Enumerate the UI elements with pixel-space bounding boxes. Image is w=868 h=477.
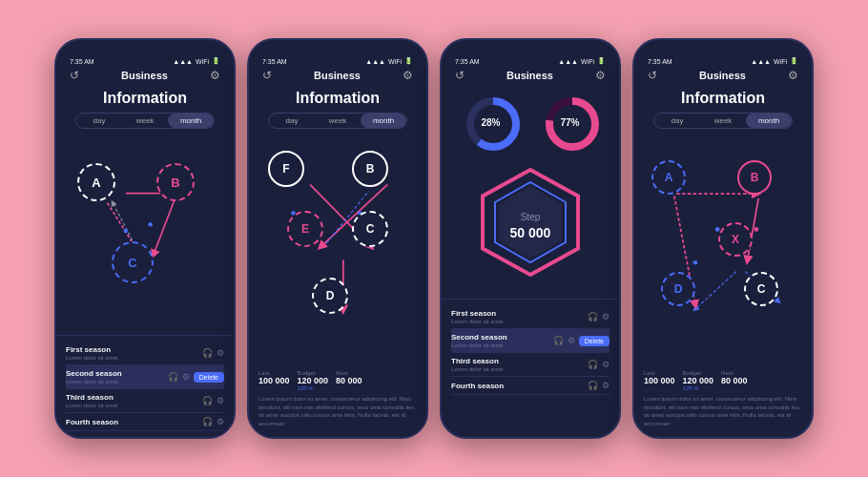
gear-icon-3b[interactable]: ⚙ (568, 336, 575, 345)
gear-icon-3d[interactable]: ⚙ (602, 381, 610, 390)
gear-icon-3[interactable]: ⚙ (217, 396, 224, 405)
season-desc-3c: Lorem dolor sit amet (451, 366, 504, 372)
network-area-2: F B E C D (249, 136, 426, 361)
svg-point-26 (715, 227, 720, 232)
time-2: 7:35 AM (262, 58, 287, 65)
header-title-4: Business (699, 70, 746, 81)
tab-month-1[interactable]: month (168, 114, 214, 128)
gear-icon-3a[interactable]: ⚙ (602, 312, 610, 321)
time-3: 7:35 AM (455, 58, 480, 65)
gear-icon-2[interactable]: ⚙ (182, 372, 190, 382)
tab-month-2[interactable]: month (361, 114, 406, 128)
season-first-1: First season Lorem dolor sit amet 🎧 ⚙ (66, 342, 224, 365)
settings-icon-1[interactable]: ⚙ (210, 69, 220, 82)
tab-month-4[interactable]: month (746, 114, 792, 128)
node-E-2: E (287, 211, 323, 247)
header-title-2: Business (314, 70, 361, 81)
phone-4: 7:35 AM ▲▲▲ WiFi 🔋 ↺ Business ⚙ Informat… (632, 38, 814, 439)
season-actions-4: 🎧 ⚙ (202, 417, 224, 426)
tab-bar-2: day week month (268, 113, 407, 129)
tab-day-1[interactable]: day (76, 114, 122, 128)
budget-item-4: Budget 120 000 125 % (683, 370, 714, 391)
node-B-1: B (156, 163, 195, 201)
season-actions-1: 🎧 ⚙ (202, 348, 224, 358)
svg-point-5 (124, 229, 128, 233)
headphone-icon-3c: 🎧 (588, 360, 598, 369)
settings-icon-2[interactable]: ⚙ (403, 69, 413, 82)
phone-header-4: ↺ Business ⚙ (634, 67, 812, 88)
headphone-icon-3: 🎧 (202, 396, 213, 405)
gear-icon-3c[interactable]: ⚙ (602, 360, 610, 369)
delete-button-3[interactable]: Delete (579, 336, 610, 346)
svg-marker-18 (499, 186, 562, 259)
next-item-2: Next 80 000 (336, 370, 362, 391)
settings-icon-3[interactable]: ⚙ (595, 69, 606, 82)
budget-section-4: Last 100 000 Budget 120 000 125 % Next 8… (634, 361, 812, 437)
season-actions-3b: 🎧 ⚙ Delete (553, 336, 610, 346)
node-C-4: C (744, 272, 778, 306)
tab-week-4[interactable]: week (700, 114, 746, 128)
season-title-3a: First season (451, 309, 504, 318)
season-title-3c: Third season (451, 357, 504, 365)
season-fourth-3: Fourth season 🎧 ⚙ (451, 377, 610, 395)
headphone-icon-3d: 🎧 (588, 381, 598, 390)
hex-svg-3: Step 50 000 (473, 165, 588, 289)
tab-day-2[interactable]: day (269, 114, 315, 128)
svg-point-4 (148, 222, 152, 226)
lorem-text-2: Lorem ipsum dolor sit amet, consectetur … (258, 395, 417, 427)
notch-3 (506, 38, 554, 50)
season-actions-3d: 🎧 ⚙ (588, 381, 610, 390)
season-title-1: First season (66, 345, 118, 354)
headphone-icon-3b: 🎧 (553, 336, 564, 345)
headphone-icon-4: 🎧 (202, 417, 213, 426)
back-icon-1[interactable]: ↺ (70, 69, 79, 82)
delete-button-1[interactable]: Delete (194, 372, 224, 383)
svg-line-1 (154, 198, 175, 254)
status-bar-4: 7:35 AM ▲▲▲ WiFi 🔋 (634, 52, 812, 67)
budget-sub-4: 125 % (683, 385, 714, 391)
status-icons-3: ▲▲▲ WiFi 🔋 (558, 57, 606, 65)
settings-icon-4[interactable]: ⚙ (788, 69, 798, 82)
season-third-1: Third season Lorem dolor sit amet 🎧 ⚙ (66, 389, 224, 413)
tab-week-1[interactable]: week (122, 114, 168, 128)
svg-line-24 (695, 272, 736, 310)
network-area-4: A B X D C (634, 136, 812, 361)
phone-3: 7:35 AM ▲▲▲ WiFi 🔋 ↺ Business ⚙ 28% (440, 38, 621, 439)
season-title-3: Third season (66, 393, 118, 402)
season-second-1: Second season Lorem dolor sit amet 🎧 ⚙ D… (66, 365, 224, 389)
season-desc-2: Lorem dolor sit amet (66, 379, 122, 384)
next-value-2: 80 000 (336, 376, 362, 385)
node-D-4: D (661, 272, 695, 306)
node-B-2: B (352, 151, 388, 187)
tab-bar-1: day week month (75, 113, 215, 129)
tab-week-2[interactable]: week (315, 114, 361, 128)
tab-bar-4: day week month (653, 113, 793, 129)
back-icon-3[interactable]: ↺ (455, 69, 465, 82)
phone-main-title-2: Information (249, 90, 426, 107)
season-desc-1: Lorem dolor sit amet (66, 355, 118, 361)
status-bar-3: 7:35 AM ▲▲▲ WiFi 🔋 (442, 52, 619, 67)
donut-blue-3: 28% (465, 95, 517, 148)
gear-icon-4[interactable]: ⚙ (217, 417, 224, 426)
headphone-icon-2: 🎧 (168, 372, 178, 382)
node-C-2: C (352, 211, 388, 247)
time-1: 7:35 AM (70, 58, 94, 65)
back-icon-4[interactable]: ↺ (648, 69, 657, 82)
season-actions-3a: 🎧 ⚙ (588, 312, 610, 321)
status-icons-1: ▲▲▲ WiFi 🔋 (173, 57, 220, 65)
season-first-3: First season Lorem dolor sit amet 🎧 ⚙ (451, 305, 610, 329)
gear-icon-1[interactable]: ⚙ (217, 348, 224, 358)
lorem-text-4: Lorem ipsum dolor sit amet, consectetur … (644, 395, 802, 427)
back-icon-2[interactable]: ↺ (262, 69, 272, 82)
status-bar-2: 7:35 AM ▲▲▲ WiFi 🔋 (249, 52, 426, 67)
season-title-4: Fourth season (66, 418, 118, 426)
headphone-icon-3a: 🎧 (588, 312, 598, 321)
phone-1: 7:35 AM ▲▲▲ WiFi 🔋 ↺ Business ⚙ Informat… (54, 38, 236, 439)
status-icons-4: ▲▲▲ WiFi 🔋 (751, 57, 798, 65)
season-fourth-1: Fourth season 🎧 ⚙ (66, 413, 224, 431)
phone-main-title-1: Information (56, 90, 234, 107)
tab-day-4[interactable]: day (654, 114, 700, 128)
phone-header-3: ↺ Business ⚙ (442, 67, 619, 88)
season-title-2: Second season (66, 369, 122, 378)
budget-section-2: Last 100 000 Budget 120 000 125 % Next 8… (249, 361, 426, 437)
